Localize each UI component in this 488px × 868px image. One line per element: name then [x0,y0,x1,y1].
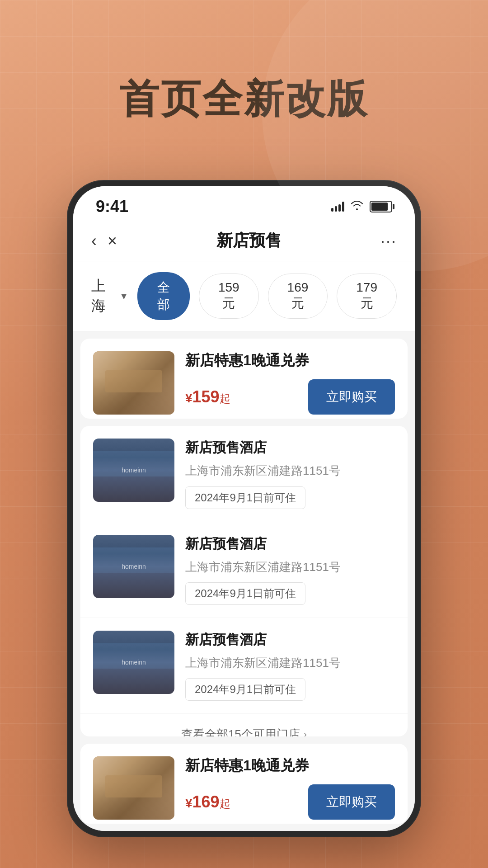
filter-169-button[interactable]: 169元 [268,274,328,319]
hotel-image-3 [93,631,174,694]
battery-icon [370,201,392,212]
view-all-text: 查看全部15个可用门店 [181,726,300,736]
nav-back-icons[interactable]: ‹ × [91,233,117,249]
page-title: 首页全新改版 [0,72,488,126]
voucher-name-1: 新店特惠1晚通兑券 [185,351,395,370]
nav-bar: ‹ × 新店预售 ··· [73,221,415,261]
voucher-price-1: ¥159起 [185,387,230,406]
hotel-item-1: 新店预售酒店 上海市浦东新区浦建路1151号 2024年9月1日前可住 [80,426,408,522]
status-icons [331,200,392,213]
voucher-image-2 [93,756,174,820]
view-all-link[interactable]: 查看全部15个可用门店 › [80,714,408,736]
hotel-address-2: 上海市浦东新区浦建路1151号 [185,559,395,575]
hotel-list-card: 新店预售酒店 上海市浦东新区浦建路1151号 2024年9月1日前可住 新店预售… [80,426,408,736]
back-button[interactable]: ‹ [91,233,97,249]
voucher-info-1: 新店特惠1晚通兑券 ¥159起 立即购买 [185,351,395,415]
hotel-details-3: 新店预售酒店 上海市浦东新区浦建路1151号 2024年9月1日前可住 [185,631,395,701]
hotel-date-1: 2024年9月1日前可住 [185,486,305,509]
voucher-card-2: 新店特惠1晚通兑券 ¥169起 立即购买 [80,744,408,824]
buy-button-1[interactable]: 立即购买 [308,379,395,415]
hotel-name-3: 新店预售酒店 [185,631,395,649]
voucher-info-2: 新店特惠1晚通兑券 ¥169起 立即购买 [185,756,395,820]
status-bar: 9:41 [73,186,415,221]
buy-button-2[interactable]: 立即购买 [308,784,395,820]
view-all-arrow-icon: › [304,729,307,736]
nav-title: 新店预售 [117,230,380,252]
close-button[interactable]: × [108,233,117,249]
city-selector[interactable]: 上海 ▼ [91,276,128,316]
filter-all-button[interactable]: 全部 [137,272,190,320]
voucher-card-1: 新店特惠1晚通兑券 ¥159起 立即购买 [80,339,408,419]
hotel-address-1: 上海市浦东新区浦建路1151号 [185,462,395,479]
filter-179-button[interactable]: 179元 [337,274,397,319]
hotel-date-3: 2024年9月1日前可住 [185,678,305,701]
hotel-details-1: 新店预售酒店 上海市浦东新区浦建路1151号 2024年9月1日前可住 [185,439,395,509]
voucher-image-1 [93,351,174,415]
voucher-name-2: 新店特惠1晚通兑券 [185,756,395,775]
city-label: 上海 [91,276,116,316]
filter-159-button[interactable]: 159元 [199,274,259,319]
hotel-name-1: 新店预售酒店 [185,439,395,457]
hotel-name-2: 新店预售酒店 [185,535,395,553]
hotel-item-2: 新店预售酒店 上海市浦东新区浦建路1151号 2024年9月1日前可住 [80,522,408,618]
main-content: 新店特惠1晚通兑券 ¥159起 立即购买 [73,331,415,831]
hotel-image-1 [93,439,174,502]
phone-screen: 9:41 ‹ × [73,186,415,831]
voucher-price-2: ¥169起 [185,793,230,811]
hotel-date-2: 2024年9月1日前可住 [185,582,305,605]
more-button[interactable]: ··· [380,231,397,250]
signal-icon [331,202,344,212]
hotel-image-2 [93,535,174,598]
hotel-address-3: 上海市浦东新区浦建路1151号 [185,655,395,671]
phone-mockup: 9:41 ‹ × [68,181,420,836]
filter-bar: 上海 ▼ 全部 159元 169元 179元 [73,261,415,331]
wifi-icon [351,200,363,213]
status-time: 9:41 [96,197,128,216]
hotel-item-3: 新店预售酒店 上海市浦东新区浦建路1151号 2024年9月1日前可住 [80,618,408,714]
city-arrow-icon: ▼ [119,291,128,302]
hotel-details-2: 新店预售酒店 上海市浦东新区浦建路1151号 2024年9月1日前可住 [185,535,395,605]
